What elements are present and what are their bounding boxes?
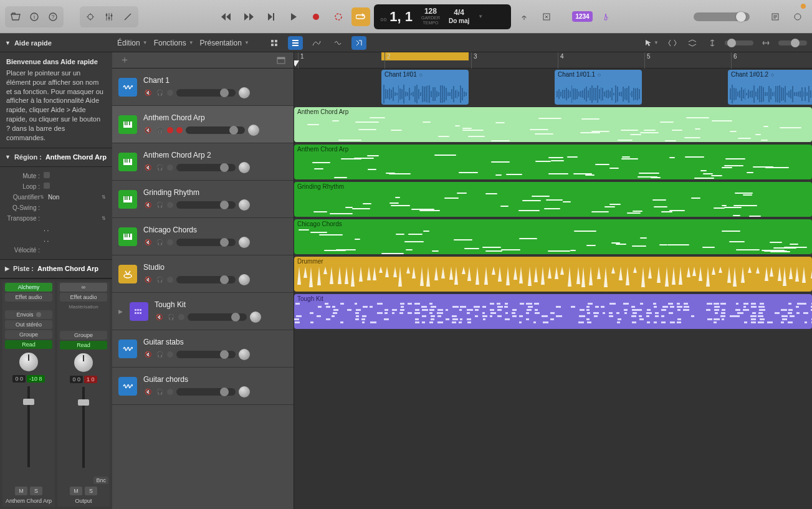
track-row[interactable]: Grinding Rhythm🔇🎧 xyxy=(112,181,294,218)
volume-slider[interactable] xyxy=(176,89,236,97)
loop-checkbox[interactable] xyxy=(44,183,50,189)
track-row[interactable]: Guitar chords🔇🎧 xyxy=(112,368,294,405)
pan-knob[interactable] xyxy=(239,237,250,248)
ruler[interactable]: 123456 xyxy=(294,52,812,69)
solo-button[interactable]: S xyxy=(85,487,97,495)
volume-fader[interactable] xyxy=(59,387,108,474)
loop-button[interactable] xyxy=(351,7,370,26)
record-enable[interactable] xyxy=(167,277,173,283)
instrument-slot[interactable]: Alchemy xyxy=(5,283,52,292)
catch-button[interactable] xyxy=(351,36,366,50)
volume-slider[interactable] xyxy=(176,201,236,209)
edit-menu[interactable]: Édition▼ xyxy=(117,39,148,47)
automation-button[interactable] xyxy=(309,36,324,50)
notes-button[interactable] xyxy=(766,7,785,26)
pan-knob[interactable] xyxy=(250,312,261,323)
mute-icon[interactable]: 🔇 xyxy=(155,313,163,321)
headphones-icon[interactable]: 🎧 xyxy=(155,88,164,97)
pan-knob[interactable] xyxy=(248,125,259,136)
mute-button[interactable]: M xyxy=(70,487,82,495)
add-track-button[interactable]: ＋ xyxy=(118,54,131,67)
mixer-button[interactable] xyxy=(100,7,118,26)
track-row[interactable]: Anthem Chord Arp🔇🎧 xyxy=(112,106,294,143)
flex-button[interactable] xyxy=(330,36,345,50)
headphones-icon[interactable]: 🎧 xyxy=(155,275,164,284)
audio-fx-slot[interactable]: Effet audio xyxy=(60,293,107,302)
track-row[interactable]: Anthem Chord Arp 2🔇🎧 xyxy=(112,143,294,181)
record-enable[interactable] xyxy=(167,239,173,245)
count-badge[interactable]: 1234 xyxy=(572,11,592,22)
track-row[interactable]: Chicago Chords🔇🎧 xyxy=(112,218,294,255)
volume-slider[interactable] xyxy=(186,126,245,134)
volume-slider[interactable] xyxy=(176,164,236,171)
quick-help-header[interactable]: ▼ Aide rapide xyxy=(0,34,112,52)
stereo-out-icon[interactable]: ∞ xyxy=(60,283,107,292)
v-zoom-fit-button[interactable] xyxy=(665,36,680,50)
help-button[interactable]: ? xyxy=(44,7,62,26)
h-zoom-fit-button[interactable] xyxy=(685,36,700,50)
pan-knob[interactable] xyxy=(239,274,250,285)
headphones-icon[interactable]: 🎧 xyxy=(155,126,164,135)
record-enable[interactable] xyxy=(178,314,184,320)
send-knob-icon[interactable] xyxy=(36,312,41,317)
mute-icon[interactable]: 🔇 xyxy=(143,275,152,284)
view-menu[interactable]: Présentation▼ xyxy=(200,39,249,47)
headphones-icon[interactable]: 🎧 xyxy=(155,238,164,247)
lcd-dropdown-icon[interactable]: ▼ xyxy=(478,14,483,19)
inspector-button[interactable]: i xyxy=(25,7,44,26)
rewind-button[interactable] xyxy=(217,7,236,26)
v-zoom-slider[interactable] xyxy=(725,40,753,45)
mute-icon[interactable]: 🔇 xyxy=(143,201,152,209)
headphones-icon[interactable]: 🎧 xyxy=(155,350,164,359)
output-slot[interactable]: Out stéréo xyxy=(5,320,52,329)
mute-checkbox[interactable] xyxy=(44,172,50,178)
mute-button[interactable]: M xyxy=(15,487,27,495)
volume-slider[interactable] xyxy=(176,276,236,283)
global-tracks-button[interactable] xyxy=(275,54,287,67)
track-row[interactable]: Guitar stabs🔇🎧 xyxy=(112,330,294,368)
mute-icon[interactable]: 🔇 xyxy=(143,126,152,135)
volume-fader[interactable] xyxy=(4,386,54,483)
headphones-icon[interactable]: 🎧 xyxy=(155,388,164,396)
record-enable[interactable] xyxy=(167,389,173,395)
automation-mode[interactable]: Read xyxy=(5,340,52,349)
headphones-icon[interactable]: 🎧 xyxy=(155,163,164,172)
audio-region[interactable]: Chant 1#01.1○ xyxy=(555,70,642,105)
pan-knob[interactable] xyxy=(239,386,250,397)
group-slot[interactable]: Groupe xyxy=(5,330,52,339)
track-row[interactable]: ▶Tough Kit🔇🎧 xyxy=(112,293,294,330)
pan-knob[interactable] xyxy=(19,353,38,371)
automation-mode[interactable]: Read xyxy=(60,341,107,350)
midi-region[interactable]: Chicago Chords xyxy=(294,219,812,254)
h-zoom-slider[interactable] xyxy=(778,40,807,45)
playhead[interactable] xyxy=(294,60,299,67)
metronome-button[interactable] xyxy=(596,7,615,26)
volume-slider[interactable] xyxy=(176,388,236,396)
mute-icon[interactable]: 🔇 xyxy=(143,238,152,247)
mute-icon[interactable]: 🔇 xyxy=(143,88,152,97)
audio-region[interactable]: Chant 1#01.2○ xyxy=(728,70,812,105)
pointer-tool[interactable]: ▼ xyxy=(645,39,659,47)
track-row[interactable]: Chant 1🔇🎧 xyxy=(112,69,294,106)
drummer-region[interactable]: Drummer xyxy=(294,257,812,292)
lcd-display[interactable]: 00 1, 1 128 GARDER TEMPO 4/4 Do maj ▼ xyxy=(374,4,511,29)
editor-button[interactable] xyxy=(118,7,137,26)
grid-view-button[interactable] xyxy=(267,36,282,50)
arrangement-timeline[interactable]: 123456 Chant 1#01○Chant 1#01.1○Chant 1#0… xyxy=(294,52,812,509)
play-button[interactable] xyxy=(284,7,303,26)
headphones-icon[interactable]: 🎧 xyxy=(155,201,164,209)
track-header[interactable]: ▶ Piste : Anthem Chord Arp xyxy=(0,260,112,278)
headphones-icon[interactable]: 🎧 xyxy=(166,313,175,321)
solo-button[interactable]: S xyxy=(30,487,42,495)
input-monitor[interactable] xyxy=(176,127,183,133)
count-in-button[interactable] xyxy=(537,7,556,26)
volume-slider[interactable] xyxy=(176,351,236,358)
group-slot[interactable]: Groupe xyxy=(60,331,107,340)
record-button[interactable] xyxy=(307,7,325,26)
record-enable[interactable] xyxy=(167,127,173,133)
disclosure-icon[interactable]: ▶ xyxy=(118,308,126,315)
mute-icon[interactable]: 🔇 xyxy=(143,350,152,359)
track-row[interactable]: Studio🔇🎧 xyxy=(112,255,294,293)
pan-knob[interactable] xyxy=(239,87,250,98)
midi-region[interactable]: Grinding Rhythm xyxy=(294,182,812,217)
